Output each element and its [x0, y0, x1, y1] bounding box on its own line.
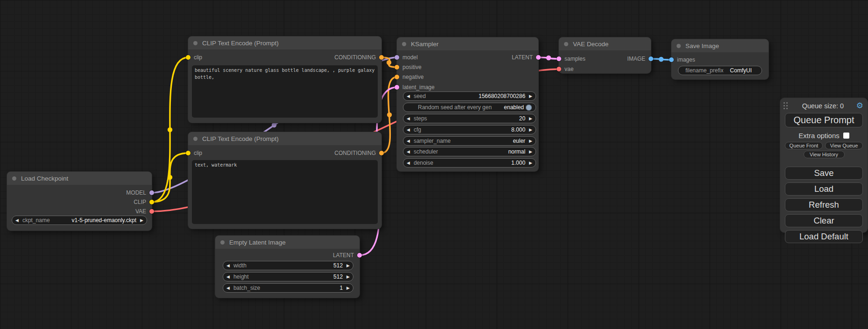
node-vae-decode[interactable]: VAE Decode samples vae IMAGE	[559, 37, 651, 73]
port-dot-clip[interactable]	[186, 55, 191, 60]
input-port-latent-image[interactable]: latent_image	[395, 85, 435, 90]
node-graph-canvas[interactable]: Load Checkpoint MODEL CLIP VAE ◀ ckpt_na…	[0, 0, 868, 329]
collapse-dot-icon[interactable]	[193, 41, 198, 45]
collapse-dot-icon[interactable]	[677, 44, 681, 48]
queue-front-button[interactable]: Queue Front	[785, 142, 823, 149]
node-empty-latent-image[interactable]: Empty Latent Image LATENT ◀ width 512 ▶ …	[215, 236, 360, 298]
node-titlebar[interactable]: CLIP Text Encode (Prompt)	[188, 132, 381, 145]
steps-widget[interactable]: ◀ steps 20 ▶	[403, 114, 536, 123]
prompt-textarea[interactable]: beautiful scenery nature glass bottle la…	[192, 65, 378, 118]
node-titlebar[interactable]: Empty Latent Image	[215, 236, 360, 249]
output-port-vae[interactable]: VAE	[135, 209, 154, 214]
collapse-dot-icon[interactable]	[12, 176, 16, 181]
increment-arrow-icon[interactable]: ▶	[529, 161, 532, 165]
port-dot-latent[interactable]	[395, 85, 399, 90]
increment-arrow-icon[interactable]: ▶	[346, 264, 350, 268]
port-dot-conditioning[interactable]	[379, 55, 384, 60]
port-dot-image[interactable]	[649, 56, 653, 61]
input-port-negative[interactable]: negative	[395, 75, 423, 79]
random-seed-toggle-widget[interactable]: Random seed after every gen enabled	[403, 103, 536, 112]
output-port-conditioning[interactable]: CONDITIONING	[334, 55, 384, 60]
output-port-latent[interactable]: LATENT	[512, 55, 541, 60]
port-dot-model[interactable]	[149, 190, 154, 195]
port-dot-conditioning[interactable]	[379, 151, 384, 155]
output-port-model[interactable]: MODEL	[126, 190, 154, 195]
input-port-samples[interactable]: samples	[557, 56, 586, 61]
filename-prefix-widget[interactable]: filename_prefix ComfyUI	[678, 66, 762, 75]
wire-midpoint-dot-image[interactable]	[659, 57, 663, 62]
collapse-dot-icon[interactable]	[564, 42, 568, 46]
port-dot-vae[interactable]	[557, 67, 561, 71]
node-save-image[interactable]: Save Image images filename_prefix ComfyU…	[671, 39, 769, 79]
toggle-circle-icon[interactable]	[526, 105, 532, 111]
seed-widget[interactable]: ◀ seed 156680208700286 ▶	[403, 91, 536, 101]
wire-midpoint-dot-model[interactable]	[272, 123, 276, 127]
decrement-arrow-icon[interactable]: ◀	[407, 139, 410, 143]
decrement-arrow-icon[interactable]: ◀	[407, 128, 410, 132]
prompt-textarea[interactable]: text, watermark	[192, 160, 378, 224]
output-port-image[interactable]: IMAGE	[627, 56, 653, 61]
output-port-conditioning[interactable]: CONDITIONING	[334, 151, 384, 155]
decrement-arrow-icon[interactable]: ◀	[15, 218, 19, 223]
cfg-widget[interactable]: ◀ cfg 8.000 ▶	[403, 125, 536, 134]
clear-button[interactable]: Clear	[785, 214, 863, 227]
port-dot-model[interactable]	[395, 55, 399, 60]
view-queue-button[interactable]: View Queue	[825, 142, 863, 149]
node-titlebar[interactable]: Save Image	[671, 39, 769, 52]
increment-arrow-icon[interactable]: ▶	[529, 117, 532, 121]
collapse-dot-icon[interactable]	[193, 137, 198, 141]
collapse-dot-icon[interactable]	[220, 240, 225, 245]
decrement-arrow-icon[interactable]: ◀	[226, 264, 230, 268]
width-widget[interactable]: ◀ width 512 ▶	[223, 261, 353, 270]
port-dot-latent[interactable]	[536, 55, 541, 60]
scheduler-widget[interactable]: ◀ scheduler normal ▶	[403, 147, 536, 156]
wire-midpoint-dot-latent[interactable]	[546, 56, 551, 60]
node-titlebar[interactable]: KSampler	[397, 37, 538, 50]
save-button[interactable]: Save	[785, 167, 863, 180]
port-dot-conditioning[interactable]	[395, 75, 399, 79]
node-load-checkpoint[interactable]: Load Checkpoint MODEL CLIP VAE ◀ ckpt_na…	[7, 172, 152, 231]
sampler-name-widget[interactable]: ◀ sampler_name euler ▶	[403, 136, 536, 146]
decrement-arrow-icon[interactable]: ◀	[407, 150, 410, 154]
queue-prompt-button[interactable]: Queue Prompt	[785, 113, 863, 127]
input-port-clip[interactable]: clip	[186, 151, 202, 155]
input-port-images[interactable]: images	[669, 57, 695, 62]
node-clip-text-encode-positive[interactable]: CLIP Text Encode (Prompt) clip CONDITION…	[188, 36, 381, 123]
input-port-clip[interactable]: clip	[186, 55, 202, 60]
decrement-arrow-icon[interactable]: ◀	[407, 117, 410, 121]
port-dot-vae[interactable]	[149, 209, 154, 214]
wire-midpoint-dot-cond2[interactable]	[387, 112, 392, 117]
node-titlebar[interactable]: CLIP Text Encode (Prompt)	[188, 36, 381, 49]
ckpt-name-widget[interactable]: ◀ ckpt_name v1-5-pruned-emaonly.ckpt ▶	[12, 216, 147, 225]
decrement-arrow-icon[interactable]: ◀	[407, 161, 410, 165]
extra-options-checkbox[interactable]	[843, 133, 849, 139]
wire-midpoint-dot-clip2[interactable]	[168, 175, 172, 180]
increment-arrow-icon[interactable]: ▶	[140, 218, 143, 223]
increment-arrow-icon[interactable]: ▶	[346, 275, 350, 279]
decrement-arrow-icon[interactable]: ◀	[226, 275, 230, 279]
height-widget[interactable]: ◀ height 512 ▶	[223, 272, 353, 281]
port-dot-image[interactable]	[669, 57, 674, 62]
port-dot-latent[interactable]	[357, 253, 362, 258]
increment-arrow-icon[interactable]: ▶	[346, 286, 350, 290]
increment-arrow-icon[interactable]: ▶	[529, 128, 532, 132]
load-default-button[interactable]: Load Default	[785, 230, 863, 243]
input-port-model[interactable]: model	[395, 55, 418, 60]
input-port-positive[interactable]: positive	[395, 65, 422, 70]
input-port-vae[interactable]: vae	[557, 67, 573, 71]
wire-midpoint-dot-clip1[interactable]	[168, 127, 172, 132]
load-button[interactable]: Load	[785, 182, 863, 196]
port-dot-latent[interactable]	[557, 56, 561, 61]
increment-arrow-icon[interactable]: ▶	[529, 150, 532, 154]
increment-arrow-icon[interactable]: ▶	[529, 139, 532, 143]
node-titlebar[interactable]: VAE Decode	[559, 37, 651, 50]
output-port-latent[interactable]: LATENT	[333, 253, 362, 258]
batch-size-widget[interactable]: ◀ batch_size 1 ▶	[223, 283, 353, 293]
decrement-arrow-icon[interactable]: ◀	[407, 94, 410, 98]
node-titlebar[interactable]: Load Checkpoint	[7, 172, 152, 185]
collapse-dot-icon[interactable]	[402, 42, 406, 46]
increment-arrow-icon[interactable]: ▶	[529, 94, 532, 98]
view-history-button[interactable]: View History	[804, 151, 845, 158]
port-dot-clip[interactable]	[186, 151, 191, 155]
port-dot-conditioning[interactable]	[395, 65, 399, 70]
